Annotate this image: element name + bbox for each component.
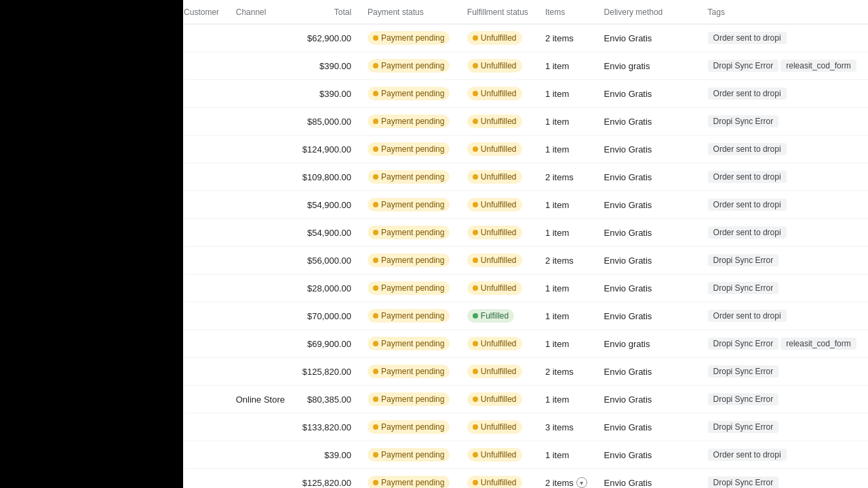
order-items-cell: 1 item — [537, 108, 596, 136]
fulfillment-status-label: Unfulfilled — [481, 283, 517, 293]
payment-status-label: Payment pending — [381, 478, 444, 487]
order-tag: Dropi Sync Error — [708, 60, 779, 72]
delivery-method-cell: Envio Gratis — [596, 302, 700, 330]
payment-status-label: Payment pending — [381, 33, 444, 43]
total-column-header[interactable]: Total — [294, 0, 359, 24]
payment-status-label: Payment pending — [381, 339, 444, 348]
order-channel-cell — [228, 441, 294, 469]
payment-status-dot — [373, 35, 378, 41]
order-total: $109,800.00 — [302, 172, 351, 182]
order-tags-cell: Dropi Sync Error — [700, 108, 868, 136]
fulfillment-status-cell: Unfulfilled — [459, 80, 537, 108]
payment-status-badge: Payment pending — [368, 476, 450, 488]
order-channel-cell — [228, 302, 294, 330]
order-total-cell: $54,900.00 — [294, 219, 359, 247]
order-total-cell: $54,900.00 — [294, 191, 359, 219]
payment-status-label: Payment pending — [381, 311, 444, 321]
delivery-method-column-header[interactable]: Delivery method — [596, 0, 700, 24]
order-tags-cell: Order sent to dropi — [700, 191, 868, 219]
payment-status-cell: Payment pending — [359, 219, 459, 247]
payment-status-dot — [373, 230, 378, 235]
items-expand-button[interactable]: ▾ — [576, 477, 587, 488]
fulfillment-status-cell: Unfulfilled — [459, 469, 537, 489]
fulfillment-status-cell: Unfulfilled — [459, 136, 537, 163]
order-tags-cell: Order sent to dropi — [700, 163, 868, 191]
order-tags-cell: Order sent to dropi — [700, 136, 868, 163]
order-items-cell: 2 items — [537, 163, 596, 191]
delivery-method-label: Envio Gratis — [604, 33, 652, 43]
order-channel-cell — [228, 274, 294, 302]
payment-status-label: Payment pending — [381, 61, 444, 70]
fulfillment-status-badge: Unfulfilled — [467, 420, 522, 434]
order-tag: Order sent to dropi — [708, 143, 787, 155]
delivery-method-label: Envio Gratis — [604, 394, 652, 405]
payment-status-cell: Payment pending — [359, 469, 459, 489]
delivery-method-label: Envio Gratis — [604, 478, 652, 488]
order-total: $39.00 — [324, 450, 351, 460]
fulfillment-status-column-header[interactable]: Fulfillment status — [459, 0, 537, 24]
order-tag: releasit_cod_form — [781, 338, 856, 350]
customer-column-header[interactable]: Customer — [176, 0, 228, 24]
delivery-method-label: Envio Gratis — [604, 117, 652, 127]
order-total-cell: $124,900.00 — [294, 136, 359, 163]
tags-column-header[interactable]: Tags — [700, 0, 868, 24]
delivery-method-cell: Envio Gratis — [596, 108, 700, 136]
fulfillment-status-cell: Unfulfilled — [459, 108, 537, 136]
order-tag: Dropi Sync Error — [708, 393, 779, 405]
order-customer-cell — [176, 52, 228, 80]
fulfillment-status-label: Unfulfilled — [481, 61, 517, 70]
order-channel-cell — [228, 358, 294, 386]
fulfillment-status-cell: Unfulfilled — [459, 219, 537, 247]
fulfillment-status-dot — [473, 313, 478, 319]
order-tags-cell: Order sent to dropi — [700, 441, 868, 469]
payment-status-cell: Payment pending — [359, 330, 459, 358]
delivery-method-label: Envio Gratis — [604, 172, 652, 182]
order-total-cell: $80,385.00 — [294, 386, 359, 413]
fulfillment-status-label: Unfulfilled — [481, 339, 517, 348]
order-tags-cell: Dropi Sync Error — [700, 358, 868, 386]
delivery-method-label: Envio Gratis — [604, 422, 652, 432]
items-count: 2 items — [545, 172, 574, 182]
fulfillment-status-label: Unfulfilled — [481, 256, 517, 265]
order-total: $390.00 — [319, 61, 351, 71]
fulfillment-status-dot — [473, 369, 478, 374]
payment-status-column-header[interactable]: Payment status — [359, 0, 459, 24]
items-count: 1 item — [545, 144, 569, 155]
delivery-method-cell: Envio Gratis — [596, 441, 700, 469]
payment-status-cell: Payment pending — [359, 108, 459, 136]
payment-status-cell: Payment pending — [359, 274, 459, 302]
payment-status-dot — [373, 341, 378, 346]
payment-status-badge: Payment pending — [368, 226, 450, 239]
order-channel-cell — [228, 219, 294, 247]
fulfillment-status-dot — [473, 146, 478, 152]
items-count: 1 item — [545, 339, 569, 349]
order-customer-cell — [176, 302, 228, 330]
payment-status-label: Payment pending — [381, 144, 444, 154]
order-tag: Dropi Sync Error — [708, 282, 779, 294]
items-count: 1 item — [545, 283, 569, 293]
items-column-header[interactable]: Items — [537, 0, 596, 24]
order-total: $85,000.00 — [307, 117, 351, 127]
order-total-cell: $70,000.00 — [294, 302, 359, 330]
fulfillment-status-cell: Unfulfilled — [459, 413, 537, 441]
delivery-method-label: Envio Gratis — [604, 256, 652, 266]
fulfillment-status-badge: Unfulfilled — [467, 365, 522, 378]
delivery-method-cell: Envio Gratis — [596, 247, 700, 274]
order-channel-cell: Online Store — [228, 386, 294, 413]
order-customer-cell — [176, 274, 228, 302]
order-channel-cell — [228, 136, 294, 163]
order-items-cell: 1 item — [537, 274, 596, 302]
order-tag: Dropi Sync Error — [708, 476, 779, 488]
fulfillment-status-badge: Unfulfilled — [467, 31, 522, 45]
payment-status-dot — [373, 424, 378, 430]
fulfillment-status-badge: Unfulfilled — [467, 59, 522, 73]
order-channel-cell — [228, 24, 294, 52]
fulfillment-status-dot — [473, 480, 478, 485]
payment-status-cell: Payment pending — [359, 136, 459, 163]
order-items-cell: 2 items — [537, 358, 596, 386]
fulfillment-status-cell: Unfulfilled — [459, 441, 537, 469]
order-channel-cell — [228, 413, 294, 441]
channel-column-header[interactable]: Channel — [228, 0, 294, 24]
order-total-cell: $39.00 — [294, 441, 359, 469]
items-count: 1 item — [545, 311, 569, 321]
